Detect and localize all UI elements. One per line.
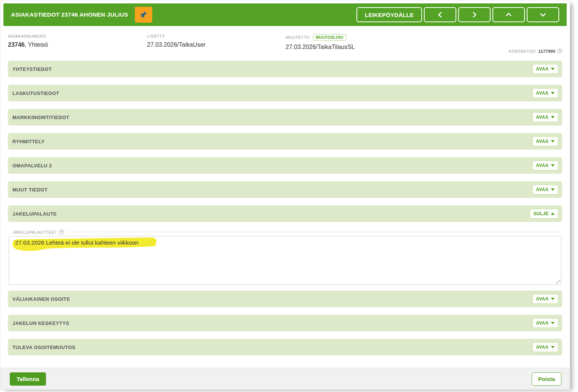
- section-ryhmittely[interactable]: RYHMITTELY AVAA: [8, 133, 562, 150]
- close-button[interactable]: SULJE: [530, 209, 558, 219]
- chevron-down-icon: [551, 298, 555, 300]
- section-title: JAKELUPALAUTE: [12, 211, 57, 217]
- jakelupalautteet-textarea[interactable]: 27.03.2026 Lehteä ei ole tullut kahteen …: [9, 236, 561, 285]
- added-label: LISÄTTY: [147, 34, 286, 38]
- chevron-down-icon: [551, 92, 555, 94]
- contact-id-label: KONTAKTIID:: [509, 49, 537, 54]
- section-title: JAKELUN KESKEYTYS: [12, 320, 69, 326]
- added-block: LISÄTTY 27.03.2026/TaikaUser: [147, 34, 286, 55]
- section-markkinointitiedot[interactable]: MARKKINOINTITIEDOT AVAA: [8, 109, 562, 126]
- chevron-down-icon: [538, 10, 547, 19]
- pin-button[interactable]: [135, 7, 152, 23]
- customer-number-block: ASIAKASNUMERO 23746, Yhteisö: [8, 34, 147, 55]
- open-button[interactable]: AVAA: [532, 342, 558, 352]
- help-icon[interactable]: ?: [557, 49, 562, 54]
- delete-button[interactable]: Poista: [532, 372, 561, 386]
- down-button[interactable]: [527, 7, 559, 22]
- chevron-down-icon: [551, 164, 555, 167]
- field-divider: [69, 232, 561, 232]
- contact-id: KONTAKTIID: 1177990 ?: [509, 49, 562, 54]
- open-button[interactable]: AVAA: [532, 294, 558, 304]
- customer-details-window: ASIAKASTIEDOT 23746 AHONEN JULIUS LEIKEP…: [0, 0, 570, 390]
- section-laskutustiedot[interactable]: LASKUTUSTIEDOT AVAA: [8, 85, 562, 101]
- section-title: MARKKINOINTITIEDOT: [12, 115, 69, 120]
- chevron-up-icon: [551, 213, 555, 215]
- open-button[interactable]: AVAA: [532, 185, 558, 194]
- clipboard-button[interactable]: LEIKEPÖYDÄLLE: [356, 7, 422, 22]
- open-button[interactable]: AVAA: [532, 112, 558, 122]
- up-button[interactable]: [492, 7, 525, 22]
- modified-label: MUUTETTU: [286, 35, 310, 40]
- section-yhteystiedot[interactable]: YHTEYSTIEDOT AVAA: [8, 61, 562, 77]
- open-button[interactable]: AVAA: [532, 318, 558, 328]
- prev-button[interactable]: [424, 7, 456, 22]
- section-title: VÄLIAIKAINEN OSOITE: [12, 296, 70, 302]
- added-value: 27.03.2026/TaikaUser: [147, 41, 286, 48]
- footer-bar: Tallenna Poista: [0, 368, 570, 389]
- section-title: RYHMITTELY: [12, 139, 44, 144]
- chevron-up-icon: [504, 10, 513, 19]
- customer-number-label: ASIAKASNUMERO: [8, 34, 147, 38]
- chevron-down-icon: [551, 68, 555, 70]
- open-button[interactable]: AVAA: [532, 161, 558, 170]
- customer-info-row: ASIAKASNUMERO 23746, Yhteisö LISÄTTY 27.…: [8, 34, 562, 55]
- section-omapalvelu-2[interactable]: OMAPALVELU 2 AVAA: [8, 157, 562, 174]
- section-jakelun-keskeytys[interactable]: JAKELUN KESKEYTYS AVAA: [8, 315, 562, 331]
- section-muut-tiedot[interactable]: MUUT TIEDOT AVAA: [8, 181, 562, 198]
- jakelupalautteet-label: JAKELUPALAUTTEET: [12, 230, 57, 234]
- jakelupalaute-content: JAKELUPALAUTTEET ? 27.03.2026 Lehteä ei …: [9, 230, 561, 285]
- page-title: ASIAKASTIEDOT 23746 AHONEN JULIUS: [11, 11, 128, 18]
- chevron-right-icon: [470, 10, 479, 19]
- section-jakelupalaute[interactable]: JAKELUPALAUTE SULJE: [8, 205, 562, 222]
- section-title: MUUT TIEDOT: [12, 187, 47, 193]
- section-title: OMAPALVELU 2: [12, 163, 52, 168]
- chevron-down-icon: [551, 116, 555, 118]
- customer-number-value: 23746: [8, 41, 25, 48]
- open-button[interactable]: AVAA: [532, 136, 558, 146]
- header-bar: ASIAKASTIEDOT 23746 AHONEN JULIUS LEIKEP…: [3, 3, 567, 26]
- section-list: YHTEYSTIEDOT AVAA LASKUTUSTIEDOT AVAA MA…: [8, 61, 562, 355]
- chevron-down-icon: [551, 346, 555, 348]
- section-title: LASKUTUSTIEDOT: [12, 90, 59, 96]
- customer-type: , Yhteisö: [25, 41, 48, 48]
- chevron-down-icon: [551, 188, 555, 191]
- section-title: TULEVA OSOITEMUUTOS: [12, 345, 75, 350]
- pin-icon: [139, 10, 148, 19]
- chevron-left-icon: [436, 10, 445, 19]
- open-button[interactable]: AVAA: [532, 64, 558, 74]
- feedback-text: 27.03.2026 Lehteä ei ole tullut kahteen …: [15, 239, 138, 246]
- contact-id-value: 1177990: [538, 49, 555, 54]
- chevron-down-icon: [551, 140, 555, 142]
- section-title: YHTEYSTIEDOT: [12, 66, 52, 72]
- help-icon[interactable]: ?: [59, 230, 64, 234]
- change-log-badge[interactable]: MUUTOSLOKI: [313, 34, 346, 41]
- chevron-down-icon: [551, 322, 555, 324]
- header-nav-group: LEIKEPÖYDÄLLE: [356, 7, 559, 22]
- next-button[interactable]: [458, 7, 491, 22]
- resize-handle[interactable]: [555, 279, 560, 284]
- open-button[interactable]: AVAA: [532, 88, 558, 98]
- save-button[interactable]: Tallenna: [10, 372, 46, 386]
- section-valiaikainen-osoite[interactable]: VÄLIAIKAINEN OSOITE AVAA: [8, 291, 562, 307]
- section-tuleva-osoitemuutos[interactable]: TULEVA OSOITEMUUTOS AVAA: [8, 339, 562, 355]
